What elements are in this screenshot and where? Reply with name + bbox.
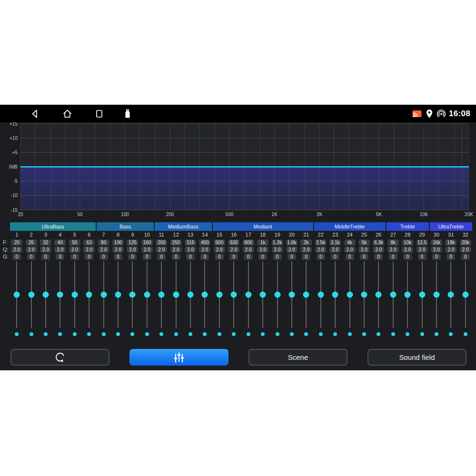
frequency-value[interactable]: 40 (54, 239, 66, 246)
gain-slider[interactable] (357, 260, 371, 329)
frequency-value[interactable]: 500 (214, 239, 225, 246)
channel-indicator-dot[interactable] (261, 332, 265, 336)
slider-handle[interactable] (462, 292, 468, 298)
frequency-value[interactable]: 4k (344, 239, 356, 246)
gain-value[interactable]: 0 (85, 254, 93, 260)
q-value[interactable]: 2.0 (141, 247, 153, 253)
gain-slider[interactable] (314, 260, 328, 329)
gain-slider[interactable] (140, 260, 154, 329)
q-value[interactable]: 2.0 (272, 247, 283, 253)
band-chip-middletreble[interactable]: MiddleTreble (314, 222, 386, 231)
q-value[interactable]: 2.0 (329, 247, 341, 253)
sound-field-button[interactable]: Sound field (367, 349, 466, 366)
channel-indicator-dot[interactable] (116, 332, 120, 336)
channel-indicator-dot[interactable] (406, 332, 409, 336)
band-chip-ultrabass[interactable]: UltraBass (10, 222, 96, 231)
q-value[interactable]: 2.0 (83, 247, 95, 253)
gain-slider[interactable] (342, 260, 357, 329)
channel-indicator-dot[interactable] (203, 332, 207, 336)
gain-slider[interactable] (183, 260, 198, 329)
channel-indicator-dot[interactable] (159, 332, 163, 336)
frequency-value[interactable]: 18k (445, 239, 456, 246)
frequency-value[interactable]: 1k (257, 239, 268, 246)
q-value[interactable]: 2.0 (445, 247, 456, 253)
frequency-value[interactable]: 8k (387, 239, 399, 246)
gain-slider[interactable] (371, 260, 386, 329)
channel-indicator-dot[interactable] (15, 332, 19, 336)
gain-slider[interactable] (256, 260, 270, 329)
channel-indicator-dot[interactable] (73, 332, 77, 336)
gain-slider[interactable] (24, 260, 38, 329)
channel-indicator-dot[interactable] (58, 332, 62, 336)
q-value[interactable]: 2.0 (387, 247, 399, 253)
channel-indicator-dot[interactable] (435, 332, 438, 336)
gain-value[interactable]: 0 (317, 254, 325, 260)
q-value[interactable]: 2.0 (257, 247, 268, 253)
frequency-value[interactable]: 630 (228, 239, 239, 246)
gain-value[interactable]: 0 (157, 254, 166, 260)
channel-indicator-dot[interactable] (362, 332, 366, 336)
channel-indicator-dot[interactable] (44, 332, 48, 336)
frequency-value[interactable]: 16k (431, 239, 442, 246)
q-value[interactable]: 2.0 (54, 247, 66, 253)
gain-value[interactable]: 0 (12, 254, 21, 260)
slider-handle[interactable] (173, 292, 179, 298)
channel-indicator-dot[interactable] (276, 332, 279, 336)
gain-slider[interactable] (111, 260, 125, 329)
slider-handle[interactable] (288, 292, 295, 298)
q-value[interactable]: 2.0 (373, 247, 384, 253)
q-value[interactable]: 2.0 (156, 247, 167, 253)
slider-handle[interactable] (231, 292, 237, 298)
q-value[interactable]: 2.0 (199, 247, 210, 253)
gain-value[interactable]: 0 (446, 254, 455, 260)
frequency-value[interactable]: 5k (358, 239, 370, 246)
q-value[interactable]: 2.0 (228, 247, 239, 253)
gain-slider[interactable] (96, 260, 110, 329)
channel-indicator-dot[interactable] (218, 332, 221, 336)
gain-slider[interactable] (125, 260, 139, 329)
frequency-value[interactable]: 1.2k (272, 239, 283, 246)
gain-slider[interactable] (458, 260, 473, 329)
frequency-value[interactable]: 25 (26, 239, 37, 246)
slider-handle[interactable] (43, 292, 49, 298)
q-value[interactable]: 2.0 (127, 247, 138, 253)
gain-value[interactable]: 0 (360, 254, 368, 260)
gain-value[interactable]: 0 (403, 254, 412, 260)
frequency-value[interactable]: 63 (83, 239, 95, 246)
slider-handle[interactable] (433, 292, 439, 298)
channel-indicator-dot[interactable] (391, 332, 395, 336)
slider-handle[interactable] (202, 292, 208, 298)
gain-value[interactable]: 0 (114, 254, 122, 260)
frequency-value[interactable]: 20 (11, 239, 22, 246)
usb-button[interactable] (123, 108, 132, 119)
slider-handle[interactable] (216, 292, 222, 298)
gain-value[interactable]: 0 (288, 254, 296, 260)
frequency-value[interactable]: 10k (402, 239, 413, 246)
q-value[interactable]: 2.0 (402, 247, 413, 253)
slider-handle[interactable] (100, 292, 107, 298)
frequency-value[interactable]: 250 (170, 239, 182, 246)
frequency-value[interactable]: 125 (127, 239, 138, 246)
gain-value[interactable]: 0 (302, 254, 310, 260)
gain-value[interactable]: 0 (331, 254, 339, 260)
q-value[interactable]: 2.0 (460, 247, 471, 253)
gain-slider[interactable] (169, 260, 183, 329)
gain-value[interactable]: 0 (432, 254, 441, 260)
frequency-value[interactable]: 400 (199, 239, 210, 246)
gain-slider[interactable] (415, 260, 429, 329)
frequency-value[interactable]: 315 (185, 239, 196, 246)
q-value[interactable]: 2.0 (300, 247, 312, 253)
slider-handle[interactable] (405, 292, 411, 298)
frequency-value[interactable]: 160 (141, 239, 153, 246)
gain-slider[interactable] (198, 260, 212, 329)
slider-handle[interactable] (71, 292, 78, 298)
gain-value[interactable]: 0 (418, 254, 426, 260)
channel-indicator-dot[interactable] (319, 332, 323, 336)
channel-indicator-dot[interactable] (30, 332, 33, 336)
back-button[interactable] (30, 108, 40, 119)
q-value[interactable]: 2.0 (11, 247, 22, 253)
gain-slider[interactable] (270, 260, 284, 329)
gain-value[interactable]: 0 (200, 254, 209, 260)
channel-indicator-dot[interactable] (174, 332, 178, 336)
frequency-value[interactable]: 32 (40, 239, 51, 246)
